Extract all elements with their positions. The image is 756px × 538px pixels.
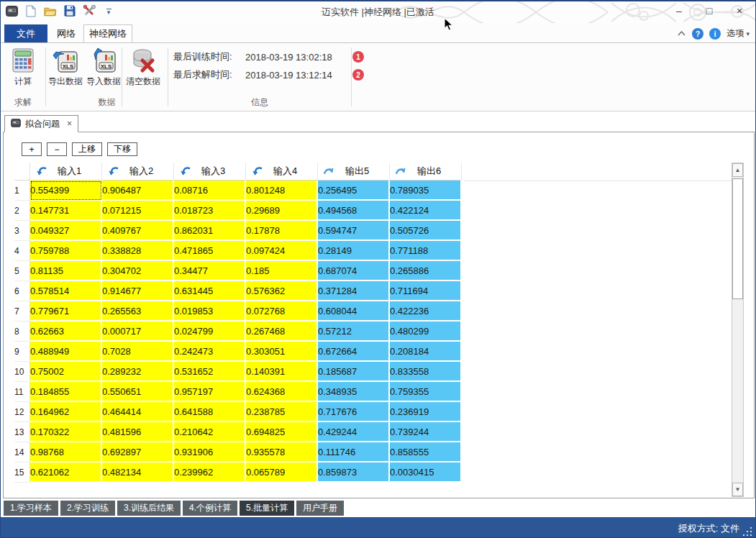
resize-grip[interactable]: [750, 534, 752, 536]
row-number[interactable]: 15: [14, 462, 30, 483]
new-file-icon[interactable]: [24, 4, 37, 17]
table-cell[interactable]: 0.236919: [390, 402, 462, 422]
scroll-up-icon[interactable]: ▲: [732, 163, 743, 177]
table-cell[interactable]: 0.631445: [174, 281, 246, 301]
row-number[interactable]: 3: [14, 221, 30, 241]
tab-neural-network[interactable]: 神经网络: [83, 24, 132, 42]
open-folder-icon[interactable]: [44, 4, 57, 17]
table-cell[interactable]: 0.578514: [30, 281, 102, 301]
table-cell[interactable]: 0.29689: [246, 201, 318, 221]
table-cell[interactable]: 0.759355: [390, 382, 462, 402]
row-number[interactable]: 9: [14, 342, 30, 362]
table-cell[interactable]: 0.833558: [390, 362, 462, 382]
table-cell[interactable]: 0.7028: [102, 342, 174, 362]
tab-network[interactable]: 网络: [50, 24, 83, 42]
clear-data-button[interactable]: 清空数据: [126, 47, 160, 88]
table-cell[interactable]: 0.935578: [246, 442, 318, 462]
table-cell[interactable]: 0.471865: [174, 241, 246, 261]
table-cell[interactable]: 0.208184: [390, 342, 462, 362]
table-cell[interactable]: 0.931906: [174, 442, 246, 462]
table-cell[interactable]: 0.687074: [318, 261, 390, 281]
table-cell[interactable]: 0.672664: [318, 342, 390, 362]
table-cell[interactable]: 0.184855: [30, 382, 102, 402]
table-cell[interactable]: 0.81135: [30, 261, 102, 281]
table-cell[interactable]: 0.304702: [102, 261, 174, 281]
table-cell[interactable]: 0.267468: [246, 322, 318, 342]
table-cell[interactable]: 0.859873: [318, 462, 390, 483]
table-cell[interactable]: 0.0030415: [390, 462, 462, 483]
table-cell[interactable]: 0.711694: [390, 281, 462, 301]
table-cell[interactable]: 0.371284: [318, 281, 390, 301]
table-cell[interactable]: 0.147731: [30, 201, 102, 221]
minimize-button[interactable]: –: [669, 3, 689, 19]
table-cell[interactable]: 0.531652: [174, 362, 246, 382]
table-cell[interactable]: 0.641588: [174, 402, 246, 422]
close-button[interactable]: ×: [729, 3, 750, 19]
column-header-输入3[interactable]: 输入3: [174, 163, 246, 181]
table-cell[interactable]: 0.072768: [246, 301, 318, 322]
table-cell[interactable]: 0.348935: [318, 382, 390, 402]
table-cell[interactable]: 0.608044: [318, 301, 390, 322]
tools-icon[interactable]: [83, 4, 96, 17]
save-icon[interactable]: [63, 4, 76, 17]
table-cell[interactable]: 0.422236: [390, 301, 462, 322]
table-cell[interactable]: 0.256495: [318, 181, 390, 201]
table-cell[interactable]: 0.779671: [30, 301, 102, 322]
table-cell[interactable]: 0.34477: [174, 261, 246, 281]
table-cell[interactable]: 0.303051: [246, 342, 318, 362]
table-cell[interactable]: 0.429244: [318, 422, 390, 442]
maximize-button[interactable]: □: [699, 3, 719, 19]
document-tab-fitting-problem[interactable]: 拟合问题 ×: [4, 115, 78, 132]
table-cell[interactable]: 0.000717: [102, 322, 174, 342]
table-cell[interactable]: 0.185: [246, 261, 318, 281]
document-tab-close-icon[interactable]: ×: [67, 119, 72, 129]
table-cell[interactable]: 0.265886: [390, 261, 462, 281]
table-cell[interactable]: 0.210642: [174, 422, 246, 442]
row-number[interactable]: 6: [14, 281, 30, 301]
bottom-tab-1.学习样本[interactable]: 1.学习样本: [4, 501, 58, 516]
info-icon[interactable]: i: [709, 28, 721, 40]
table-cell[interactable]: 0.018723: [174, 201, 246, 221]
import-data-button[interactable]: XLS 导入数据: [86, 47, 121, 88]
table-cell[interactable]: 0.097424: [246, 241, 318, 261]
export-data-button[interactable]: XLS 导出数据: [48, 47, 83, 88]
table-cell[interactable]: 0.071215: [102, 201, 174, 221]
calculate-button[interactable]: 计算: [10, 47, 36, 88]
row-number[interactable]: 11: [14, 382, 30, 402]
table-cell[interactable]: 0.789035: [390, 181, 462, 201]
bottom-tab-用户手册[interactable]: 用户手册: [296, 501, 344, 516]
column-header-输入2[interactable]: 输入2: [102, 163, 174, 181]
table-cell[interactable]: 0.17878: [246, 221, 318, 241]
table-cell[interactable]: 0.57212: [318, 322, 390, 342]
column-header-输出6[interactable]: 输出6: [390, 163, 462, 181]
row-number[interactable]: 12: [14, 402, 30, 422]
table-cell[interactable]: 0.464414: [102, 402, 174, 422]
table-cell[interactable]: 0.717676: [318, 402, 390, 422]
table-cell[interactable]: 0.594747: [318, 221, 390, 241]
row-number[interactable]: 8: [14, 322, 30, 342]
table-cell[interactable]: 0.480299: [390, 322, 462, 342]
table-cell[interactable]: 0.28149: [318, 241, 390, 261]
table-cell[interactable]: 0.801248: [246, 181, 318, 201]
table-cell[interactable]: 0.422124: [390, 201, 462, 221]
table-cell[interactable]: 0.170322: [30, 422, 102, 442]
remove-row-button[interactable]: −: [47, 142, 67, 156]
row-number[interactable]: 13: [14, 422, 30, 442]
table-cell[interactable]: 0.692897: [102, 442, 174, 462]
move-down-button[interactable]: 下移: [107, 142, 137, 156]
scrollbar-thumb[interactable]: [732, 178, 743, 299]
table-cell[interactable]: 0.554399: [30, 181, 102, 201]
quickaccess-more-icon[interactable]: ▾: [102, 4, 115, 17]
bottom-tab-5.批量计算[interactable]: 5.批量计算: [240, 501, 294, 516]
row-number[interactable]: 1: [14, 181, 30, 201]
collapse-ribbon-icon[interactable]: [677, 29, 686, 39]
bottom-tab-2.学习训练[interactable]: 2.学习训练: [60, 501, 115, 516]
add-row-button[interactable]: +: [22, 142, 42, 156]
table-cell[interactable]: 0.739244: [390, 422, 462, 442]
row-number[interactable]: 4: [14, 241, 30, 261]
table-cell[interactable]: 0.759788: [30, 241, 102, 261]
vertical-scrollbar[interactable]: ▲ ▼: [732, 163, 744, 497]
options-button[interactable]: 选项 ▾: [727, 27, 750, 40]
table-cell[interactable]: 0.242473: [174, 342, 246, 362]
table-cell[interactable]: 0.550651: [102, 382, 174, 402]
